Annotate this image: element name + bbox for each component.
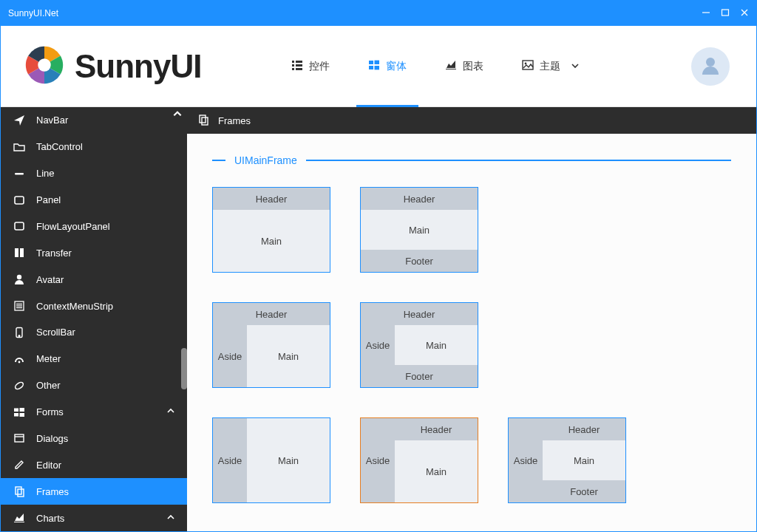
copy-icon (197, 114, 209, 128)
sidebar-scrollbar[interactable] (181, 348, 187, 389)
sidebar-item-tabcontrol[interactable]: TabControl (1, 134, 187, 160)
close-button[interactable] (740, 8, 749, 19)
svg-rect-36 (15, 434, 24, 442)
sidebar-item-line[interactable]: Line (1, 160, 187, 187)
nav-forms[interactable]: 窗体 (364, 26, 411, 106)
frame-aside-header-main-footer[interactable]: Aside Header Main Footer (508, 417, 626, 503)
edit-icon (13, 459, 26, 471)
sidebar-item-transfer[interactable]: Transfer (1, 239, 187, 266)
svg-point-30 (18, 361, 21, 363)
svg-rect-20 (15, 222, 24, 230)
gauge-icon (13, 353, 26, 365)
svg-rect-8 (296, 64, 302, 66)
brand-logo: SunnyUI (21, 42, 201, 91)
sidebar-item-label: TabControl (36, 141, 83, 152)
sidebar-item-label: Meter (36, 353, 61, 364)
nav-label: 窗体 (386, 60, 407, 73)
svg-point-4 (38, 58, 50, 71)
frame-header-main-footer[interactable]: Header Main Footer (360, 187, 478, 273)
sidebar-item-editor[interactable]: Editor (1, 451, 187, 478)
frame-grid: Header Main Header Main Footer Header (212, 187, 731, 503)
sidebar-item-frames[interactable]: Frames (1, 478, 187, 505)
sidebar: NavBar TabControl Line Panel FlowLayoutP… (1, 107, 187, 531)
svg-point-31 (14, 381, 24, 390)
frame-region-main: Main (247, 418, 330, 502)
frame-region-main: Main (361, 210, 478, 250)
chart-icon (445, 59, 457, 73)
chart-icon (13, 512, 26, 524)
chevron-down-icon (571, 61, 580, 72)
sidebar-item-meter[interactable]: Meter (1, 346, 187, 372)
menu-icon (13, 300, 26, 312)
divider-short (212, 160, 225, 161)
list-icon (291, 59, 303, 73)
nav-themes[interactable]: 主题 (517, 26, 584, 106)
sidebar-group-label: Forms (36, 406, 64, 417)
content-area: UIMainFrame Header Main Header Main Foot… (187, 134, 756, 531)
nav-charts[interactable]: 图表 (441, 26, 488, 106)
main-area: Frames UIMainFrame Header Main H (187, 107, 756, 531)
frame-header-aside-main-footer[interactable]: Header Aside Main Footer (360, 302, 478, 388)
user-avatar[interactable] (691, 47, 730, 86)
svg-rect-22 (20, 248, 24, 257)
logo-icon (21, 42, 67, 91)
sidebar-item-avatar[interactable]: Avatar (1, 266, 187, 293)
section-header: UIMainFrame (212, 154, 731, 166)
divider-long (306, 160, 731, 161)
svg-rect-18 (15, 173, 24, 175)
svg-rect-7 (292, 64, 294, 66)
frame-region-main: Main (395, 440, 478, 502)
sidebar-item-label: Other (36, 380, 61, 391)
nav-label: 控件 (309, 60, 330, 73)
window-controls (702, 8, 749, 19)
sidebar-item-label: ScrollBar (36, 327, 75, 338)
frame-region-header: Header (361, 188, 478, 210)
frame-aside-header-main[interactable]: Aside Header Main (360, 417, 478, 503)
svg-rect-38 (16, 487, 21, 494)
sidebar-item-label: Frames (36, 486, 69, 497)
panel-icon (13, 220, 26, 232)
sidebar-item-panel[interactable]: Panel (1, 187, 187, 214)
sidebar-item-other[interactable]: Other (1, 372, 187, 399)
svg-rect-11 (369, 61, 373, 64)
sidebar-item-flowlayoutpanel[interactable]: FlowLayoutPanel (1, 214, 187, 240)
top-nav: 控件 窗体 图表 主题 (287, 26, 584, 106)
svg-rect-13 (369, 66, 373, 69)
svg-rect-39 (18, 489, 24, 497)
app-window: SunnyUI.Net (0, 0, 757, 532)
svg-rect-9 (292, 68, 294, 70)
line-icon (13, 168, 26, 180)
sidebar-item-contextmenustrip[interactable]: ContextMenuStrip (1, 293, 187, 319)
frame-region-main: Main (247, 325, 330, 387)
frame-header-aside-main[interactable]: Header Aside Main (212, 302, 330, 388)
windows-icon (13, 406, 26, 418)
sidebar-group-forms[interactable]: Forms (1, 399, 187, 426)
frame-region-header: Header (395, 418, 478, 440)
link-icon (13, 380, 26, 392)
maximize-button[interactable] (721, 8, 730, 19)
app-header: SunnyUI 控件 窗体 图表 (1, 26, 756, 107)
nav-label: 主题 (540, 60, 560, 73)
frame-region-footer: Footer (361, 365, 478, 387)
frame-region-header: Header (213, 303, 330, 325)
minimize-button[interactable] (702, 8, 710, 19)
frame-region-footer: Footer (361, 250, 478, 272)
image-icon (522, 59, 534, 73)
app-body: NavBar TabControl Line Panel FlowLayoutP… (1, 107, 756, 531)
panel-icon (13, 194, 26, 206)
frame-aside-main[interactable]: Aside Main (212, 417, 330, 503)
frame-region-header: Header (543, 418, 625, 440)
svg-point-29 (18, 335, 20, 337)
svg-point-17 (706, 58, 715, 66)
sidebar-item-dialogs[interactable]: Dialogs (1, 426, 187, 452)
sidebar-group-label: Charts (36, 513, 64, 524)
frame-header-main[interactable]: Header Main (212, 187, 330, 273)
sidebar-item-scrollbar[interactable]: ScrollBar (1, 319, 187, 346)
transfer-icon (13, 247, 26, 259)
frame-region-aside: Aside (213, 418, 247, 502)
sidebar-group-charts[interactable]: Charts (1, 505, 187, 531)
sidebar-item-navbar[interactable]: NavBar (1, 107, 187, 134)
svg-rect-34 (14, 413, 18, 417)
nav-controls[interactable]: 控件 (287, 26, 334, 106)
svg-rect-19 (15, 197, 24, 204)
